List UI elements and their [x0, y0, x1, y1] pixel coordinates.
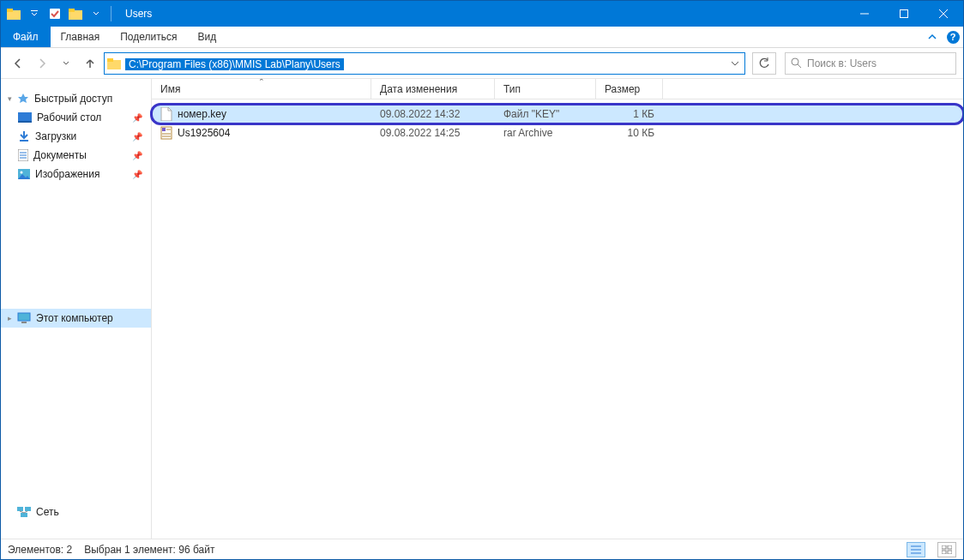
svg-rect-25: [17, 507, 23, 511]
help-button[interactable]: ?: [943, 27, 963, 47]
sort-ascending-icon: ⌃: [258, 79, 265, 86]
file-date: 09.08.2022 14:32: [371, 108, 495, 120]
file-row[interactable]: номер.key 09.08.2022 14:32 Файл "KEY" 1 …: [152, 105, 963, 123]
file-tab[interactable]: Файл: [1, 27, 51, 47]
navigation-pane: ▾ Быстрый доступ Рабочий стол 📌 Загрузки…: [1, 79, 152, 539]
star-icon: [17, 93, 29, 105]
status-item-count: Элементов: 2: [8, 544, 72, 556]
svg-rect-24: [21, 322, 27, 323]
svg-point-22: [21, 172, 23, 174]
forward-button[interactable]: [32, 53, 52, 74]
svg-rect-11: [107, 58, 113, 62]
sidebar-this-pc[interactable]: ▸ Этот компьютер: [1, 309, 151, 328]
svg-rect-26: [25, 507, 31, 511]
pin-icon: 📌: [132, 151, 142, 160]
tab-home[interactable]: Главная: [51, 27, 111, 47]
window-controls: [845, 1, 963, 27]
sidebar-item-label: Сеть: [36, 506, 59, 518]
status-bar: Элементов: 2 Выбран 1 элемент: 96 байт: [1, 539, 963, 559]
pin-icon: 📌: [132, 132, 142, 142]
view-icons-button[interactable]: [937, 542, 956, 557]
file-row[interactable]: Us1925604 09.08.2022 14:25 rar Archive 1…: [152, 123, 963, 142]
column-header-date[interactable]: Дата изменения: [371, 79, 495, 99]
address-bar[interactable]: C:\Program Files (x86)\MMIS Lab\Plany\Us…: [104, 52, 745, 75]
qat-dropdown-icon[interactable]: [25, 4, 44, 23]
column-label: Дата изменения: [380, 83, 457, 95]
sidebar-item-label: Рабочий стол: [37, 111, 101, 123]
svg-rect-23: [18, 313, 30, 321]
column-label: Размер: [605, 83, 640, 95]
sidebar-quick-access[interactable]: ▾ Быстрый доступ: [1, 89, 151, 108]
file-name: номер.key: [178, 108, 226, 120]
computer-icon: [17, 312, 31, 324]
svg-rect-27: [21, 513, 27, 517]
close-button[interactable]: [924, 1, 963, 27]
file-date: 09.08.2022 14:25: [371, 127, 495, 139]
svg-line-28: [20, 511, 24, 513]
explorer-window: Users Файл Главная Поделиться Вид ?: [0, 0, 964, 560]
file-size: 1 КБ: [596, 108, 663, 120]
address-path[interactable]: C:\Program Files (x86)\MMIS Lab\Plany\Us…: [125, 58, 344, 70]
address-dropdown-icon[interactable]: [726, 59, 744, 68]
sidebar-item-label: Быстрый доступ: [34, 93, 112, 105]
refresh-button[interactable]: [752, 52, 776, 75]
qat-customize-icon[interactable]: [87, 4, 105, 23]
titlebar: Users: [1, 1, 963, 27]
quick-access-toolbar: [1, 4, 105, 23]
new-folder-icon[interactable]: [66, 4, 85, 23]
back-button[interactable]: [8, 53, 28, 74]
properties-icon[interactable]: [45, 4, 64, 23]
file-size: 10 КБ: [596, 127, 663, 139]
svg-rect-2: [31, 10, 38, 11]
address-folder-icon: [105, 57, 124, 69]
help-icon: ?: [947, 31, 960, 44]
column-header-size[interactable]: Размер: [596, 79, 663, 99]
up-button[interactable]: [80, 53, 100, 74]
recent-dropdown-icon[interactable]: [56, 53, 76, 74]
maximize-button[interactable]: [884, 1, 924, 27]
sidebar-item-label: Загрузки: [35, 130, 76, 142]
titlebar-separator: [111, 6, 111, 21]
chevron-right-icon: ▸: [8, 314, 12, 322]
archive-icon: [160, 126, 172, 140]
sidebar-item-label: Изображения: [35, 168, 99, 180]
sidebar-network[interactable]: ▸ Сеть: [1, 503, 151, 521]
svg-rect-15: [18, 121, 32, 123]
column-headers: Имя ⌃ Дата изменения Тип Размер: [152, 79, 963, 99]
sidebar-item-pictures[interactable]: Изображения 📌: [1, 165, 151, 184]
column-header-name[interactable]: Имя ⌃: [152, 79, 371, 99]
svg-rect-14: [18, 112, 32, 121]
svg-rect-3: [50, 9, 60, 19]
file-type: Файл "KEY": [495, 108, 596, 120]
ribbon-toggle-icon[interactable]: [922, 27, 943, 47]
network-icon: [17, 507, 31, 517]
file-icon: [160, 107, 172, 121]
svg-rect-38: [942, 545, 946, 549]
column-label: Тип: [503, 83, 521, 95]
svg-rect-5: [69, 9, 75, 12]
search-placeholder: Поиск в: Users: [807, 57, 877, 69]
sidebar-item-label: Этот компьютер: [36, 312, 113, 324]
folder-icon: [4, 4, 23, 23]
svg-point-12: [792, 58, 798, 65]
tab-view[interactable]: Вид: [187, 27, 226, 47]
tab-share[interactable]: Поделиться: [110, 27, 187, 47]
sidebar-item-desktop[interactable]: Рабочий стол 📌: [1, 108, 151, 127]
column-label: Имя: [160, 83, 180, 95]
sidebar-item-documents[interactable]: Документы 📌: [1, 146, 151, 165]
svg-rect-41: [948, 551, 952, 554]
pictures-icon: [18, 169, 30, 179]
file-name: Us1925604: [178, 127, 230, 139]
sidebar-item-downloads[interactable]: Загрузки 📌: [1, 127, 151, 146]
minimize-button[interactable]: [845, 1, 884, 27]
column-header-type[interactable]: Тип: [495, 79, 596, 99]
sidebar-item-label: Документы: [33, 149, 87, 161]
view-details-button[interactable]: [907, 542, 925, 557]
status-selection: Выбран 1 элемент: 96 байт: [84, 544, 214, 556]
svg-rect-31: [162, 128, 166, 131]
svg-rect-40: [942, 551, 946, 554]
body: ▾ Быстрый доступ Рабочий стол 📌 Загрузки…: [1, 79, 963, 539]
chevron-down-icon: ▾: [8, 94, 12, 103]
svg-rect-7: [901, 10, 908, 18]
search-input[interactable]: Поиск в: Users: [785, 52, 956, 75]
